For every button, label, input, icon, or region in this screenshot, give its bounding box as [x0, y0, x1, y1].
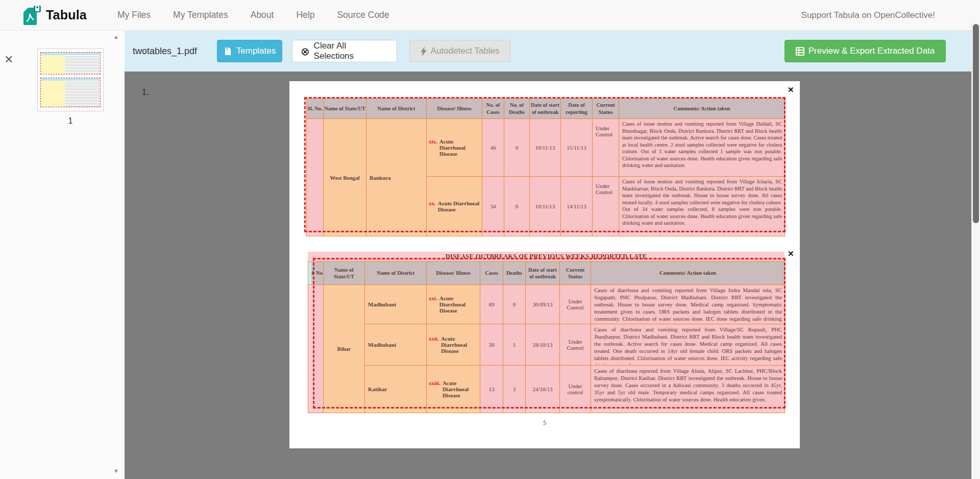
nav-item-about[interactable]: About	[251, 10, 274, 20]
brand-title: Tabula	[46, 8, 87, 22]
selection-2-close-icon[interactable]: ✕	[788, 250, 794, 258]
toolbar: twotables_1.pdf Templates ⊗ Clear All Se…	[125, 31, 980, 71]
lightning-icon	[421, 46, 427, 56]
tabula-logo-icon	[21, 4, 42, 27]
clear-button-label: Clear All Selections	[314, 41, 388, 61]
support-link[interactable]: Support Tabula on OpenCollective!	[801, 10, 935, 20]
templates-button-label: Templates	[236, 46, 276, 56]
nav-item-my-files[interactable]: My Files	[117, 10, 151, 20]
autodetect-tables-button[interactable]: Autodetect Tables	[409, 40, 510, 62]
nav-item-my-templates[interactable]: My Templates	[173, 10, 228, 20]
thumbnail-sidebar: ✕ 1 ▲ ▼	[0, 31, 125, 479]
table-selection-2[interactable]	[313, 258, 786, 409]
thumbnail-selection-1	[40, 52, 101, 75]
clear-selections-icon: ⊗	[301, 46, 310, 57]
preview-export-button[interactable]: Preview & Export Extracted Data	[785, 40, 946, 62]
delete-selections-icon[interactable]: ✕	[4, 53, 13, 66]
pdf-page-number: 5	[289, 419, 800, 427]
export-button-label: Preview & Export Extracted Data	[808, 46, 935, 56]
table-list-icon	[796, 47, 804, 56]
sidebar-scroll-up-icon[interactable]: ▲	[113, 34, 119, 40]
table-selection-1[interactable]	[304, 97, 786, 232]
brand[interactable]: Tabula	[21, 4, 87, 27]
filename-label: twotables_1.pdf	[133, 31, 197, 71]
nav-item-help[interactable]: Help	[296, 10, 314, 20]
clear-all-selections-button[interactable]: ⊗ Clear All Selections	[292, 40, 397, 62]
nav-item-source-code[interactable]: Source Code	[337, 10, 389, 20]
thumbnail-page-number: 1	[37, 116, 104, 126]
thumbnail-selection-2	[40, 78, 101, 107]
page-marker: 1.	[142, 88, 149, 97]
page-thumbnail[interactable]	[37, 49, 104, 111]
tabula-app: Tabula My Files My Templates About Help …	[0, 0, 980, 479]
sidebar-scroll-down-icon[interactable]: ▼	[113, 468, 119, 474]
autodetect-button-label: Autodetect Tables	[431, 46, 500, 56]
vertical-scrollbar[interactable]	[971, 23, 980, 479]
templates-button[interactable]: Templates	[217, 40, 282, 62]
nav-menu: My Files My Templates About Help Source …	[117, 10, 389, 20]
selection-1-close-icon[interactable]: ✕	[788, 86, 794, 94]
top-navbar: Tabula My Files My Templates About Help …	[0, 0, 980, 31]
scrollbar-thumb[interactable]	[973, 24, 979, 223]
pdf-page[interactable]: Sl. No. Name of State/UT Name of Distric…	[289, 81, 800, 448]
pdf-viewer-area: 1. Sl. No. Name of State/UT Name of Dist…	[125, 71, 980, 479]
templates-icon	[224, 47, 232, 56]
